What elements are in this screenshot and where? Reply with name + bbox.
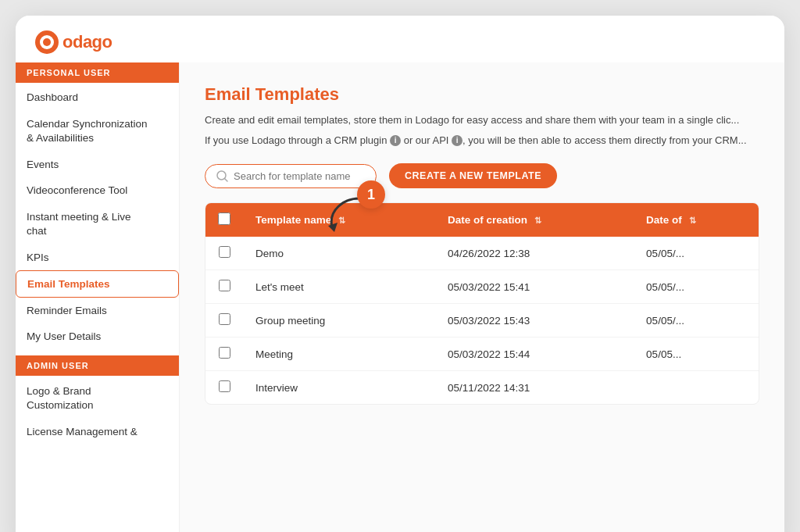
sort-date-creation-icon[interactable]: ⇅: [534, 216, 541, 225]
row-checkbox-cell: [205, 337, 243, 371]
sidebar-item-instant-meeting[interactable]: Instant meeting & Livechat: [16, 203, 179, 245]
date-of-cell: 05/05/...: [634, 270, 759, 304]
sidebar-item-kpis[interactable]: KPIs: [16, 245, 179, 270]
table-header-date-of-creation[interactable]: Date of creation ⇅: [435, 203, 634, 237]
date-of-cell: 05/05/...: [634, 237, 759, 270]
api-info-icon[interactable]: i: [452, 135, 462, 146]
row-checkbox-cell: [205, 270, 243, 304]
main-layout: PERSONAL USER Dashboard Calendar Synchro…: [16, 62, 784, 532]
table-row: Demo 04/26/2022 12:38 05/05/...: [205, 237, 759, 270]
svg-marker-5: [328, 223, 338, 232]
page-title: Email Templates: [205, 84, 759, 105]
sidebar-item-reminder-emails[interactable]: Reminder Emails: [16, 298, 179, 323]
row-checkbox-cell: [205, 371, 243, 405]
page-description-1: Create and edit email templates, store t…: [205, 112, 759, 128]
svg-line-4: [225, 178, 228, 181]
sidebar-item-videoconference[interactable]: Videoconference Tool: [16, 177, 179, 203]
row-checkbox-5[interactable]: [219, 380, 230, 392]
table-header-row: Template name ⇅ Date of creation ⇅ Date …: [205, 203, 759, 237]
table-row: Meeting 05/03/2022 15:44 05/05...: [205, 337, 759, 371]
template-name-cell: Group meeting: [243, 304, 435, 337]
search-box: [205, 164, 377, 188]
sidebar-item-events[interactable]: Events: [16, 152, 179, 177]
select-all-checkbox[interactable]: [218, 212, 230, 225]
table-row: Group meeting 05/03/2022 15:43 05/05/...: [205, 304, 759, 337]
email-templates-table-container: Template name ⇅ Date of creation ⇅ Date …: [205, 202, 759, 405]
sidebar-item-dashboard[interactable]: Dashboard: [16, 84, 179, 110]
date-creation-cell: 05/03/2022 15:43: [435, 304, 634, 337]
toolbar: CREATE A NEW TEMPLATE 1: [205, 163, 759, 188]
crm-plugin-info-icon[interactable]: i: [390, 135, 401, 146]
sidebar-item-email-templates[interactable]: Email Templates: [16, 270, 179, 298]
app-wrapper: odago PERSONAL USER Dashboard Calendar S…: [16, 16, 784, 532]
date-creation-cell: 05/11/2022 14:31: [435, 371, 634, 405]
admin-user-section-header: ADMIN USER: [16, 355, 179, 376]
table-header-checkbox-col: [205, 203, 243, 237]
template-name-cell: Demo: [243, 237, 435, 270]
svg-point-2: [43, 38, 51, 46]
create-new-template-button[interactable]: CREATE A NEW TEMPLATE: [389, 163, 557, 188]
logo: odago: [34, 30, 112, 55]
top-bar: odago: [16, 16, 784, 62]
date-creation-cell: 04/26/2022 12:38: [435, 237, 634, 270]
sidebar: PERSONAL USER Dashboard Calendar Synchro…: [16, 62, 180, 532]
step-badge: 1: [357, 180, 385, 209]
personal-user-section-header: PERSONAL USER: [16, 62, 179, 83]
table-row: Let's meet 05/03/2022 15:41 05/05/...: [205, 270, 759, 304]
row-checkbox-cell: [205, 304, 243, 337]
sort-date-of-icon[interactable]: ⇅: [689, 216, 696, 225]
sidebar-item-license-management[interactable]: License Management &: [16, 419, 179, 445]
table-row: Interview 05/11/2022 14:31: [205, 371, 759, 405]
search-icon: [216, 170, 228, 182]
lodago-logo-icon: [34, 30, 59, 55]
table-header-date-of[interactable]: Date of ⇅: [634, 203, 759, 237]
email-templates-table: Template name ⇅ Date of creation ⇅ Date …: [205, 203, 759, 404]
template-name-cell: Let's meet: [243, 270, 435, 304]
row-checkbox-cell: [205, 237, 243, 270]
page-description-2: If you use Lodago through a CRM plugin i…: [205, 133, 759, 148]
sidebar-item-logo-brand[interactable]: Logo & BrandCustomization: [16, 377, 179, 419]
date-creation-cell: 05/03/2022 15:44: [435, 337, 634, 371]
template-name-cell: Interview: [243, 371, 435, 405]
row-checkbox-2[interactable]: [219, 280, 230, 291]
sidebar-item-my-user-details[interactable]: My User Details: [16, 323, 179, 349]
sidebar-item-calendar-sync[interactable]: Calendar Synchronization& Availabilities: [16, 110, 179, 152]
date-of-cell: 05/05/...: [634, 304, 759, 337]
template-name-cell: Meeting: [243, 337, 435, 371]
date-creation-cell: 05/03/2022 15:41: [435, 270, 634, 304]
date-of-cell: 05/05...: [634, 337, 759, 371]
date-of-cell: [634, 371, 759, 405]
search-input[interactable]: [234, 170, 365, 182]
row-checkbox-4[interactable]: [219, 347, 230, 359]
main-content: Email Templates Create and edit email te…: [180, 62, 784, 532]
table-body: Demo 04/26/2022 12:38 05/05/... Let's me…: [205, 237, 759, 404]
row-checkbox-3[interactable]: [219, 313, 230, 325]
logo-text: odago: [62, 32, 112, 52]
row-checkbox-1[interactable]: [219, 246, 230, 258]
